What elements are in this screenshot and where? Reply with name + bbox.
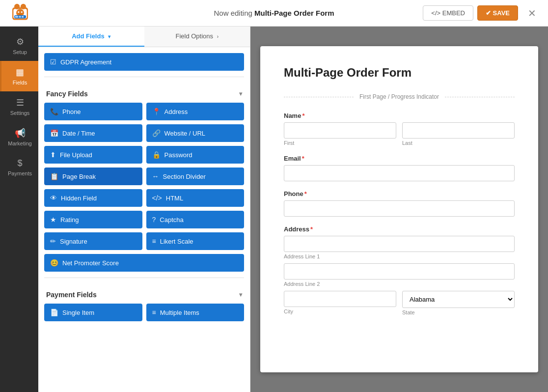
name-first-sublabel: First [284, 140, 396, 146]
address-icon: 📍 [152, 108, 161, 115]
save-button[interactable]: ✔ SAVE [477, 5, 518, 21]
sidebar-item-settings-label: Settings [10, 110, 30, 116]
name-last-sublabel: Last [402, 140, 515, 146]
tab-field-options[interactable]: Field Options › [144, 27, 250, 47]
nps-icon: 😊 [50, 259, 58, 267]
password-icon: 🔒 [152, 151, 161, 159]
required-asterisk-phone: * [304, 190, 307, 197]
captcha-icon: ? [152, 216, 156, 224]
field-btn-phone[interactable]: 📞 Phone [44, 103, 142, 120]
fancy-fields-header[interactable]: Fancy Fields ▾ [44, 83, 244, 103]
embed-button[interactable]: </> EMBED [423, 5, 473, 21]
name-first-input[interactable] [284, 122, 396, 139]
address-line2-input[interactable] [284, 263, 515, 280]
sidebar-item-payments-label: Payments [8, 170, 32, 176]
field-email-label: Email* [284, 155, 515, 162]
payment-fields-header[interactable]: Payment Fields ▾ [44, 284, 244, 304]
field-btn-gdpr-agreement[interactable]: ☑ GDPR Agreement [44, 53, 244, 71]
tab-add-fields[interactable]: Add Fields ▾ [38, 27, 144, 47]
file-upload-icon: ⬆ [50, 151, 56, 159]
field-btn-file-upload[interactable]: ⬆ File Upload [44, 146, 142, 164]
settings-icon: ☰ [16, 97, 24, 108]
form-preview: Multi-Page Order Form First Page / Progr… [250, 27, 548, 392]
page-indicator-line-left [284, 97, 354, 97]
close-button[interactable]: ✕ [524, 5, 540, 21]
field-btn-single-item[interactable]: 📄 Single Item [44, 304, 142, 321]
payments-icon: $ [17, 158, 22, 168]
sidebar-item-fields-label: Fields [13, 80, 27, 85]
field-name-label: Name* [284, 112, 515, 119]
name-last-col: Last [402, 122, 515, 146]
address-row-city-state: City Alabama State [284, 291, 515, 315]
field-btn-address[interactable]: 📍 Address [146, 103, 245, 120]
address-line1-sublabel: Address Line 1 [284, 253, 515, 259]
field-btn-website-url[interactable]: 🔗 Website / URL [146, 124, 245, 142]
field-btn-signature[interactable]: ✏ Signature [44, 232, 142, 250]
likert-icon: ≡ [152, 237, 156, 245]
address-city-input[interactable] [284, 291, 396, 307]
fields-panel-content: ☑ GDPR Agreement Fancy Fields ▾ 📞 Phone … [38, 47, 250, 392]
svg-point-7 [19, 13, 22, 15]
field-btn-date-time[interactable]: 📅 Date / Time [44, 124, 142, 142]
fancy-fields-label: Fancy Fields [46, 90, 88, 98]
sidebar-item-settings[interactable]: ☰ Settings [0, 91, 38, 122]
field-address-label: Address* [284, 225, 515, 233]
field-btn-multiple-items[interactable]: ≡ Multiple Items [146, 304, 245, 321]
fields-icon: ▦ [16, 67, 24, 78]
required-asterisk: * [302, 112, 304, 119]
email-input[interactable] [284, 165, 515, 181]
gdpr-label: GDPR Agreement [60, 58, 111, 66]
svg-rect-11 [22, 16, 24, 17]
single-item-icon: 📄 [50, 308, 58, 316]
fancy-fields-chevron: ▾ [239, 90, 242, 97]
sidebar-item-setup[interactable]: ⚙ Setup [0, 30, 38, 61]
app-logo [8, 2, 32, 24]
address-state-sublabel: State [402, 309, 515, 315]
multiple-items-icon: ≡ [152, 308, 156, 316]
payment-fields-label: Payment Fields [46, 291, 97, 299]
website-icon: 🔗 [152, 129, 161, 137]
form-name: Multi-Page Order Form [254, 9, 334, 17]
page-indicator-label: First Page / Progress Indicator [354, 93, 445, 100]
field-btn-page-break[interactable]: 📋 Page Break [44, 168, 142, 185]
field-btn-captcha[interactable]: ? Captcha [146, 211, 245, 228]
sidebar-item-fields[interactable]: ▦ Fields [0, 61, 38, 91]
field-btn-rating[interactable]: ★ Rating [44, 211, 142, 228]
tab-add-arrow: ▾ [108, 34, 110, 39]
field-btn-likert-scale[interactable]: ≡ Likert Scale [146, 232, 245, 250]
section-divider-payment [44, 278, 244, 278]
sidebar-item-setup-label: Setup [13, 49, 27, 55]
field-phone: Phone* [284, 190, 515, 217]
sidebar-item-marketing[interactable]: 📢 Marketing [0, 122, 38, 152]
fancy-fields-grid: 📞 Phone 📍 Address 📅 Date / Time 🔗 Websit… [44, 103, 244, 272]
field-btn-net-promoter-score[interactable]: 😊 Net Promoter Score [44, 254, 244, 272]
address-line1-input[interactable] [284, 236, 515, 252]
sidebar-item-payments[interactable]: $ Payments [0, 152, 38, 182]
svg-rect-10 [19, 16, 21, 17]
field-email: Email* [284, 155, 515, 181]
field-btn-section-divider[interactable]: ↔ Section Divider [146, 168, 245, 185]
address-line2-sublabel: Address Line 2 [284, 281, 515, 287]
field-address: Address* Address Line 1 Address Line 2 C… [284, 225, 515, 315]
panel-tabs: Add Fields ▾ Field Options › [38, 27, 250, 47]
phone-icon: 📞 [50, 108, 58, 115]
page-indicator: First Page / Progress Indicator [284, 93, 515, 100]
fields-panel: Add Fields ▾ Field Options › ☑ GDPR Agre… [38, 27, 250, 392]
hidden-field-icon: 👁 [50, 194, 57, 202]
top-bar-actions: </> EMBED ✔ SAVE ✕ [423, 5, 540, 21]
address-state-select[interactable]: Alabama [402, 291, 515, 308]
name-last-input[interactable] [402, 122, 515, 139]
phone-input[interactable] [284, 200, 515, 217]
section-divider-gdpr [44, 77, 244, 77]
svg-point-6 [21, 11, 23, 13]
field-btn-hidden-field[interactable]: 👁 Hidden Field [44, 189, 142, 207]
gdpr-icon: ☑ [50, 58, 56, 66]
required-asterisk-email: * [302, 155, 304, 162]
field-name: Name* First Last [284, 112, 515, 146]
field-btn-html[interactable]: </> HTML [146, 189, 245, 207]
date-time-icon: 📅 [50, 129, 58, 137]
field-btn-password[interactable]: 🔒 Password [146, 146, 245, 164]
tab-options-arrow: › [217, 34, 219, 39]
required-asterisk-address: * [310, 225, 313, 233]
name-first-col: First [284, 122, 396, 146]
